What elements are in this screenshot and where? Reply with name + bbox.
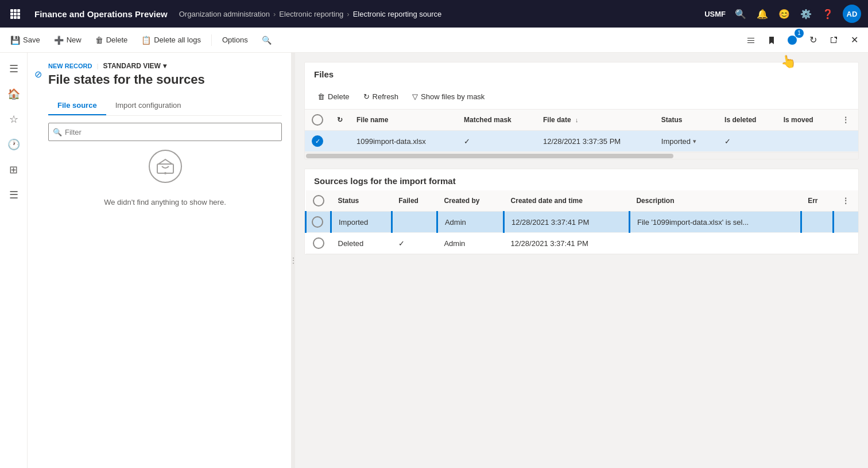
col-more-header[interactable]: ⋮ [833,110,858,131]
col-status-header[interactable]: Status [654,110,718,131]
breadcrumb-item-2[interactable]: Electronic reporting [279,10,343,18]
command-bar: 💾 Save ➕ New 🗑 Delete 📋 Delete all logs … [0,28,868,53]
delete-button[interactable]: 🗑 Delete [90,31,134,49]
logs-col-failed[interactable]: Failed [392,190,437,212]
status-chevron-icon[interactable]: ▾ [693,138,696,145]
select-all-checkbox[interactable] [312,114,323,126]
search-icon[interactable]: 🔍 [734,7,747,21]
files-section: Files 🗑 Delete ↻ Refresh ▽ Show files by… [304,62,859,159]
filter-box: 🔍 [48,123,282,141]
logs-col-status[interactable]: Status [331,190,392,212]
show-files-by-mask-button[interactable]: ▽ Show files by mask [406,88,490,104]
bookmark-icon[interactable] [762,31,781,49]
open-in-new-icon[interactable] [824,31,843,49]
horizontal-scrollbar[interactable] [305,152,858,159]
log-datetime-cell-2: 12/28/2021 3:37:41 PM [504,233,630,254]
filter-input[interactable] [48,123,282,141]
company-selector[interactable]: USMF [704,10,726,18]
svg-point-12 [164,172,166,174]
search-command-button[interactable]: 🔍 [256,31,277,49]
log-row[interactable]: Deleted ✓ Admin 12/28/2021 3:37:41 PM [306,233,859,254]
close-icon[interactable]: ✕ [845,31,863,49]
main-layout: ☰ 🏠 ☆ 🕐 ⊞ ☰ ⊘ NEW RECORD | Standard view… [0,53,868,468]
log-more-cell-2 [833,233,858,254]
files-section-title: Files [305,63,858,84]
notification-count-icon[interactable]: 1 [783,31,801,49]
svg-rect-0 [10,9,13,12]
workspaces-icon[interactable]: ⊞ [2,158,25,181]
settings-gear-icon[interactable]: ⚙️ [799,7,813,21]
files-refresh-button[interactable]: ↻ Refresh [358,88,405,104]
logs-select-all[interactable] [313,195,324,206]
new-icon: ➕ [54,36,64,45]
more-columns-icon[interactable]: ⋮ [840,116,851,124]
matchedmask-cell: ✓ [457,131,536,152]
status-dropdown[interactable]: Imported ▾ [661,137,711,146]
record-label: NEW RECORD | Standard view ▾ [48,62,282,70]
log-row-select-cell-2[interactable] [306,233,331,254]
col-refresh-header: ↻ [330,110,350,131]
col-ismoved-header[interactable]: Is moved [777,110,833,131]
ismoved-cell [777,131,833,152]
save-button[interactable]: 💾 Save [5,31,46,49]
logs-col-err[interactable]: Err [801,190,833,212]
log-row-select-cell[interactable] [306,212,331,233]
smiley-icon[interactable]: 😊 [777,7,791,21]
log-row-highlighted[interactable]: Imported Admin 12/28/2021 3:37:41 PM Fil… [306,212,859,233]
avatar[interactable]: AD [843,5,861,23]
col-matchedmask-header[interactable]: Matched mask [457,110,536,131]
log-datetime-cell: 12/28/2021 3:37:41 PM [504,212,630,233]
log-createdby-cell: Admin [437,212,503,233]
breadcrumb-sep-2: › [347,10,349,18]
new-button[interactable]: ➕ New [48,31,87,49]
row-select-cell[interactable]: ✓ [305,131,330,152]
files-table: ↻ File name Matched mask File date [305,110,858,152]
view-chevron-icon: ▾ [163,62,166,70]
log-more-cell [833,212,858,233]
logs-col-select[interactable] [306,190,331,212]
logs-col-more[interactable]: ⋮ [833,190,858,212]
breadcrumb-item-1[interactable]: Organization administration [179,10,270,18]
notification-bell-icon[interactable]: 🔔 [755,7,769,21]
row-checkbox-checked[interactable]: ✓ [312,135,323,147]
tab-import-configuration[interactable]: Import configuration [106,96,191,115]
files-delete-button[interactable]: 🗑 Delete [312,88,355,104]
trash-icon: 🗑 [317,92,325,101]
col-filedate-header[interactable]: File date ↓ [536,110,654,131]
logs-col-createdby[interactable]: Created by [437,190,503,212]
home-icon[interactable]: 🏠 [2,83,25,106]
log-checkbox-1[interactable] [312,216,323,228]
col-filename-header[interactable]: File name [350,110,457,131]
refresh-files-icon: ↻ [363,92,370,101]
logs-col-createddatetime[interactable]: Created date and time [504,190,630,212]
grid-icon[interactable] [7,6,23,22]
refresh-icon[interactable]: ↻ [804,31,822,49]
table-row[interactable]: ✓ 1099import-data.xlsx ✓ 12/28/2021 3:37… [305,131,858,152]
app-title: Finance and Operations Preview [28,9,175,19]
view-selector[interactable]: Standard view ▾ [103,62,166,70]
log-description-cell: File '1099import-data.xlsx' is sel... [629,212,801,233]
hamburger-menu-icon[interactable]: ☰ [2,57,25,80]
recent-icon[interactable]: 🕐 [2,133,25,156]
filename-cell: 1099import-data.xlsx [350,131,457,152]
col-select-all[interactable] [305,110,330,131]
logs-more-icon[interactable]: ⋮ [840,197,851,205]
log-checkbox-2[interactable] [313,237,324,249]
files-table-scroll[interactable]: ↻ File name Matched mask File date [305,110,858,152]
breadcrumb: Organization administration › Electronic… [179,10,700,18]
favorites-icon[interactable]: ☆ [2,108,25,131]
filter-icon[interactable]: ⊘ [34,69,42,80]
tab-file-source[interactable]: File source [48,96,106,115]
help-icon[interactable]: ❓ [821,7,835,21]
logs-col-description[interactable]: Description [629,190,801,212]
side-nav: ☰ 🏠 ☆ 🕐 ⊞ ☰ [0,53,28,468]
delete-all-logs-button[interactable]: 📋 Delete all logs [135,31,207,49]
personalize-icon[interactable] [742,31,760,49]
log-status-cell: Imported [331,212,392,233]
sort-icon: ↓ [575,116,579,123]
log-failed-cell [392,212,437,233]
svg-rect-5 [17,13,20,15]
options-button[interactable]: Options [216,31,254,49]
col-isdeleted-header[interactable]: Is deleted [718,110,777,131]
modules-icon[interactable]: ☰ [2,184,25,206]
